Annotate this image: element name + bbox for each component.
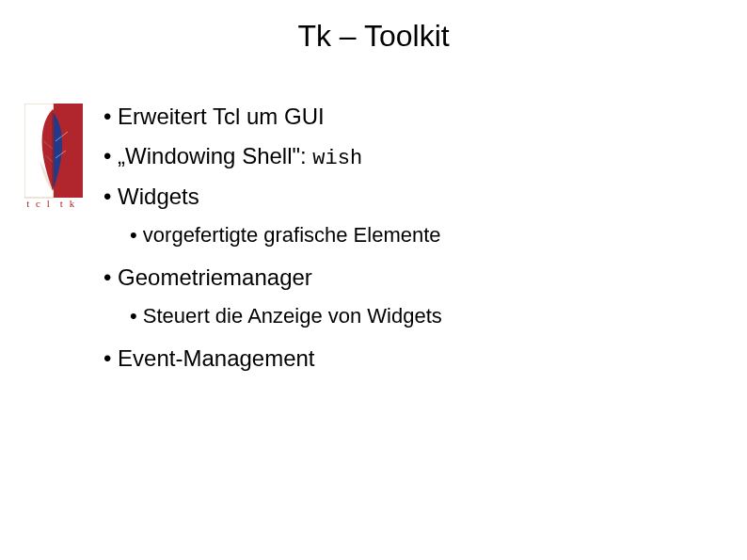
bullet-geometriemanager: Geometriemanager bbox=[103, 264, 715, 291]
logo-label-right: t k bbox=[54, 198, 83, 209]
logo-label-left: t c l bbox=[24, 198, 54, 209]
bullet-widgets: Widgets bbox=[103, 184, 715, 210]
sub-bullet-steuert: Steuert die Anzeige von Widgets bbox=[130, 304, 715, 328]
bullet-event-management: Event-Management bbox=[103, 345, 715, 372]
sub-bullet-vorgefertigte: vorgefertigte grafische Elemente bbox=[130, 223, 715, 248]
bullet-erweitert: Erweitert Tcl um GUI bbox=[103, 104, 715, 130]
page-title: Tk – Toolkit bbox=[0, 19, 747, 54]
bullet-windowing-shell-text: „Windowing Shell": bbox=[103, 143, 312, 168]
tcl-tk-logo: t c l t k bbox=[24, 104, 83, 215]
code-wish: wish bbox=[312, 147, 362, 170]
bullet-windowing-shell: „Windowing Shell": wish bbox=[103, 143, 715, 170]
slide: Tk – Toolkit t c l t k Erweitert Tcl um bbox=[0, 0, 747, 560]
content-area: Erweitert Tcl um GUI „Windowing Shell": … bbox=[103, 104, 715, 385]
